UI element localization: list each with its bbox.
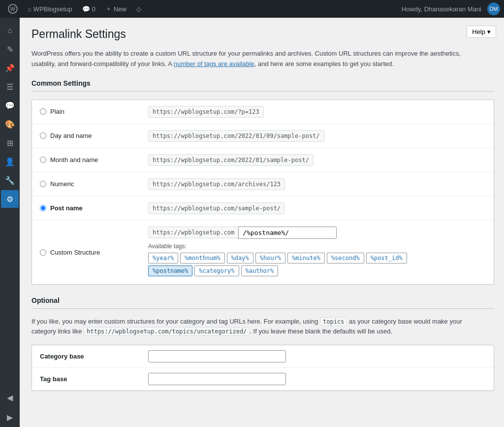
- intro-paragraph: WordPress offers you the ability to crea…: [32, 49, 474, 69]
- diamond-icon: ◇: [136, 5, 141, 13]
- optional-fields-table: Category base Tag base: [32, 345, 494, 391]
- help-label: Help: [472, 28, 485, 35]
- user-avatar[interactable]: DM: [487, 2, 500, 15]
- tag-second[interactable]: %second%: [327, 253, 364, 263]
- tags-available-link[interactable]: number of tags are available: [174, 60, 254, 67]
- site-name-item[interactable]: ⌂ WPBlogsetup: [24, 0, 76, 18]
- category-base-value: [140, 345, 494, 368]
- numeric-option-label[interactable]: Numeric: [40, 180, 132, 188]
- sidebar: ⌂ ✎ 📌 ☰ 💬 🎨 ⊞ 👤 🔧 ⚙ ◀ ▶: [0, 18, 20, 427]
- month-label-cell: Month and name: [32, 148, 140, 172]
- optional-intro-text: If you like, you may enter custom struct…: [32, 317, 474, 337]
- custom-option-label[interactable]: Custom Structure: [40, 249, 132, 256]
- day-option-label[interactable]: Day and name: [40, 132, 132, 139]
- tag-day[interactable]: %day%: [227, 253, 253, 263]
- permalink-row-day: Day and name https://wpblogsetup.com/202…: [32, 124, 494, 148]
- tag-hour[interactable]: %hour%: [255, 253, 285, 263]
- category-base-input[interactable]: [148, 350, 286, 362]
- custom-url-input[interactable]: [238, 227, 337, 239]
- month-radio[interactable]: [40, 157, 46, 163]
- custom-value-cell: https://wpblogsetup.com Available tags: …: [140, 220, 494, 284]
- tags-row-1: %year% %monthnum% %day% %hour% %minute% …: [148, 253, 486, 263]
- postname-label-cell: Post name: [32, 196, 140, 220]
- day-radio[interactable]: [40, 132, 46, 139]
- category-base-row: Category base: [32, 345, 494, 368]
- tag-monthnum[interactable]: %monthnum%: [180, 253, 224, 263]
- comments-item[interactable]: 💬 0: [78, 0, 99, 18]
- custom-label-cell: Custom Structure: [32, 220, 140, 284]
- sidebar-icon-comments[interactable]: 💬: [1, 97, 19, 114]
- adminbar-right: Howdy, Dhanasekaran Mani DM: [398, 2, 500, 15]
- plain-text: Plain: [50, 108, 64, 115]
- permalink-row-numeric: Numeric https://wpblogsetup.com/archives…: [32, 172, 494, 196]
- day-example-cell: https://wpblogsetup.com/2022/01/09/sampl…: [140, 124, 494, 148]
- day-label-cell: Day and name: [32, 124, 140, 148]
- permalink-row-postname: Post name https://wpblogsetup.com/sample…: [32, 196, 494, 220]
- howdy-text: Howdy, Dhanasekaran Mani: [398, 5, 485, 13]
- plain-label-cell: Plain: [32, 100, 140, 124]
- permalink-row-month: Month and name https://wpblogsetup.com/2…: [32, 148, 494, 172]
- tag-category[interactable]: %category%: [194, 265, 239, 276]
- tag-year[interactable]: %year%: [148, 253, 178, 263]
- chevron-down-icon: ▾: [487, 28, 491, 35]
- permalink-row-custom: Custom Structure https://wpblogsetup.com…: [32, 220, 494, 284]
- sidebar-icon-posts[interactable]: ✎: [1, 40, 19, 58]
- sidebar-icon-users[interactable]: 👤: [1, 153, 19, 170]
- intro-text-end: , and here are some examples to get you …: [254, 60, 394, 67]
- custom-text: Custom Structure: [50, 249, 100, 256]
- postname-example-cell: https://wpblogsetup.com/sample-post/: [140, 196, 494, 220]
- custom-url-wrapper: https://wpblogsetup.com: [148, 227, 486, 239]
- month-option-label[interactable]: Month and name: [40, 156, 132, 164]
- numeric-radio[interactable]: [40, 181, 46, 187]
- plain-radio[interactable]: [40, 108, 46, 115]
- main-content: Help ▾ Permalink Settings WordPress offe…: [20, 18, 504, 427]
- postname-text: Post name: [50, 204, 83, 212]
- optional-intro-1: If you like, you may enter custom struct…: [32, 318, 320, 325]
- admin-bar: W ⌂ WPBlogsetup 💬 0 ＋ New ◇ Howdy, Dhana…: [0, 0, 504, 18]
- sidebar-icon-tools[interactable]: 🔧: [1, 171, 19, 189]
- tag-base-value: [140, 368, 494, 391]
- sidebar-icon-dashboard[interactable]: ⌂: [1, 22, 19, 39]
- postname-radio[interactable]: [40, 205, 46, 211]
- available-tags-section: Available tags: %year% %monthnum% %day% …: [148, 243, 486, 276]
- sidebar-icon-pages[interactable]: ☰: [1, 78, 19, 96]
- custom-url-prefix: https://wpblogsetup.com: [148, 227, 238, 238]
- sidebar-icon-pin[interactable]: 📌: [1, 59, 19, 77]
- home-icon: ⌂: [28, 5, 32, 13]
- diamond-item[interactable]: ◇: [132, 0, 145, 18]
- sidebar-icon-appearance[interactable]: 🎨: [1, 115, 19, 133]
- optional-intro-3: . If you leave these blank the defaults …: [250, 328, 392, 335]
- permalink-settings-form: Plain https://wpblogsetup.com/?p=123 Day…: [32, 99, 494, 285]
- optional-title: Optional: [32, 296, 494, 309]
- common-settings-title: Common Settings: [32, 79, 494, 92]
- help-button[interactable]: Help ▾: [467, 26, 496, 38]
- category-base-label: Category base: [32, 345, 140, 368]
- plain-example-cell: https://wpblogsetup.com/?p=123: [140, 100, 494, 124]
- month-text: Month and name: [50, 156, 98, 164]
- sidebar-icon-collapse[interactable]: ◀: [1, 389, 19, 406]
- numeric-url-example: https://wpblogsetup.com/archives/123: [148, 178, 285, 190]
- site-name-label: WPBlogsetup: [33, 5, 72, 13]
- month-url-example: https://wpblogsetup.com/2022/01/sample-p…: [148, 154, 314, 166]
- sidebar-icon-play[interactable]: ▶: [1, 408, 19, 426]
- tag-postname[interactable]: %postname%: [148, 265, 192, 276]
- tag-base-input[interactable]: [148, 373, 286, 385]
- svg-text:W: W: [10, 6, 16, 12]
- tag-minute[interactable]: %minute%: [287, 253, 325, 263]
- numeric-text: Numeric: [50, 180, 74, 188]
- new-label: New: [114, 5, 126, 13]
- postname-option-label[interactable]: Post name: [40, 204, 132, 212]
- tags-row-2: %postname% %category% %author%: [148, 265, 486, 276]
- new-item[interactable]: ＋ New: [101, 0, 130, 18]
- available-tags-label: Available tags:: [148, 243, 486, 250]
- sidebar-icon-settings[interactable]: ⚙: [1, 190, 19, 208]
- tag-author[interactable]: %author%: [241, 265, 279, 276]
- plain-option-label[interactable]: Plain: [40, 108, 132, 115]
- sidebar-icon-plugins[interactable]: ⊞: [1, 134, 19, 152]
- optional-section: Optional If you like, you may enter cust…: [32, 296, 494, 392]
- permalink-row-plain: Plain https://wpblogsetup.com/?p=123: [32, 100, 494, 124]
- comments-icon: 💬: [82, 5, 90, 13]
- custom-radio[interactable]: [40, 249, 46, 256]
- wp-logo[interactable]: W: [4, 0, 22, 18]
- tag-post-id[interactable]: %post_id%: [366, 253, 407, 263]
